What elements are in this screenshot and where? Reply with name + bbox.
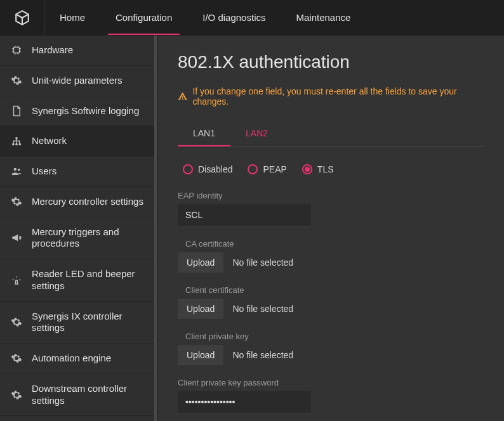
sidebar-item-users[interactable]: Users	[0, 157, 157, 187]
sidebar-item-automation-engine[interactable]: Automation engine	[0, 344, 157, 374]
sidebar-item-label: Users	[32, 165, 147, 178]
sidebar-item-label: Unit-wide parameters	[32, 75, 147, 87]
radio-disabled[interactable]: Disabled	[183, 164, 232, 174]
warning-banner: If you change one field, you must re-ent…	[178, 86, 484, 107]
radio-circle-icon	[302, 164, 312, 174]
field-client-certificate: Client certificate Upload No file select…	[178, 285, 484, 319]
radio-label: PEAP	[263, 164, 286, 174]
logo-icon	[14, 10, 30, 26]
client-key-password-input[interactable]	[178, 391, 311, 413]
file-status: No file selected	[232, 350, 293, 360]
document-icon	[10, 105, 23, 117]
field-label: Client private key password	[178, 378, 484, 387]
chip-icon	[10, 44, 23, 56]
page-title: 802.1X authentication	[178, 52, 484, 72]
sidebar-item-label: Hardware	[32, 44, 147, 56]
field-client-private-key-password: Client private key password	[178, 378, 484, 413]
sidebar-item-label: Synergis IX controller settings	[32, 311, 147, 335]
field-label: Client private key	[178, 332, 484, 341]
gear-icon	[10, 316, 23, 328]
file-status: No file selected	[232, 304, 293, 314]
sidebar: Hardware Unit-wide parameters Synergis S…	[0, 36, 157, 421]
upload-client-key-button[interactable]: Upload	[178, 345, 223, 365]
sidebar-item-unit-wide-parameters[interactable]: Unit-wide parameters	[0, 66, 157, 96]
auth-mode-radio-group: Disabled PEAP TLS	[183, 164, 484, 174]
field-label: CA certificate	[178, 239, 484, 249]
svg-point-6	[18, 169, 20, 171]
radio-label: Disabled	[198, 164, 232, 174]
svg-point-4	[18, 143, 21, 145]
eap-identity-input[interactable]	[178, 204, 311, 226]
gear-icon	[10, 389, 23, 401]
svg-point-3	[15, 143, 18, 145]
megaphone-icon	[10, 232, 23, 243]
sidebar-item-mercury-controller-settings[interactable]: Mercury controller settings	[0, 187, 157, 217]
field-label: Client certificate	[178, 285, 484, 295]
sidebar-item-label: Synergis Softwire logging	[32, 105, 147, 117]
nav-home[interactable]: Home	[44, 0, 100, 35]
sidebar-item-label: Mercury controller settings	[32, 196, 147, 208]
svg-point-5	[14, 168, 17, 171]
warning-icon	[178, 91, 187, 101]
upload-ca-cert-button[interactable]: Upload	[178, 252, 223, 273]
radio-label: TLS	[317, 164, 334, 174]
sidebar-item-reader-led-and-beeper-settings[interactable]: Reader LED and beeper settings	[0, 259, 157, 302]
tab-lan1[interactable]: LAN1	[178, 122, 230, 146]
upload-client-cert-button[interactable]: Upload	[178, 299, 223, 319]
users-icon	[10, 165, 23, 177]
svg-point-1	[15, 137, 18, 139]
sidebar-item-label: Downstream controller settings	[32, 383, 147, 407]
beacon-icon	[10, 275, 23, 286]
field-client-private-key: Client private key Upload No file select…	[178, 332, 484, 365]
radio-circle-icon	[183, 164, 193, 174]
brand-logo[interactable]	[0, 0, 44, 35]
gear-icon	[10, 75, 23, 86]
sidebar-item-downstream-controller-settings[interactable]: Downstream controller settings	[0, 374, 157, 417]
gear-icon	[10, 353, 23, 364]
svg-rect-0	[14, 48, 20, 53]
field-label: EAP identity	[178, 191, 484, 200]
sidebar-item-label: Network	[32, 135, 147, 147]
nav-io-diagnostics[interactable]: I/O diagnostics	[187, 0, 281, 35]
radio-tls[interactable]: TLS	[302, 164, 334, 174]
sidebar-item-mercury-triggers-and-procedures[interactable]: Mercury triggers and procedures	[0, 217, 157, 260]
sidebar-item-label: Reader LED and beeper settings	[32, 268, 147, 292]
field-ca-certificate: CA certificate Upload No file selected	[178, 239, 484, 273]
top-nav: Home Configuration I/O diagnostics Maint…	[0, 0, 504, 36]
sidebar-item-network[interactable]: Network	[0, 126, 157, 157]
sidebar-item-synergis-softwire-logging[interactable]: Synergis Softwire logging	[0, 96, 157, 127]
radio-peap[interactable]: PEAP	[248, 164, 286, 174]
gear-icon	[10, 196, 23, 207]
sidebar-item-label: Automation engine	[32, 353, 147, 365]
sidebar-item-label: Mercury triggers and procedures	[32, 226, 147, 250]
warning-text: If you change one field, you must re-ent…	[192, 86, 484, 107]
tab-lan2[interactable]: LAN2	[230, 122, 283, 146]
network-icon	[10, 136, 23, 147]
lan-tabs: LAN1 LAN2	[178, 122, 484, 146]
nav-configuration[interactable]: Configuration	[100, 0, 187, 35]
sidebar-item-synergis-ix-controller-settings[interactable]: Synergis IX controller settings	[0, 302, 157, 344]
svg-point-2	[12, 143, 15, 145]
sidebar-item-hardware[interactable]: Hardware	[0, 36, 157, 66]
nav-maintenance[interactable]: Maintenance	[281, 0, 366, 35]
content-area: 802.1X authentication If you change one …	[157, 36, 504, 421]
file-status: No file selected	[232, 257, 293, 268]
radio-circle-icon	[248, 164, 258, 174]
field-eap-identity: EAP identity	[178, 191, 484, 226]
